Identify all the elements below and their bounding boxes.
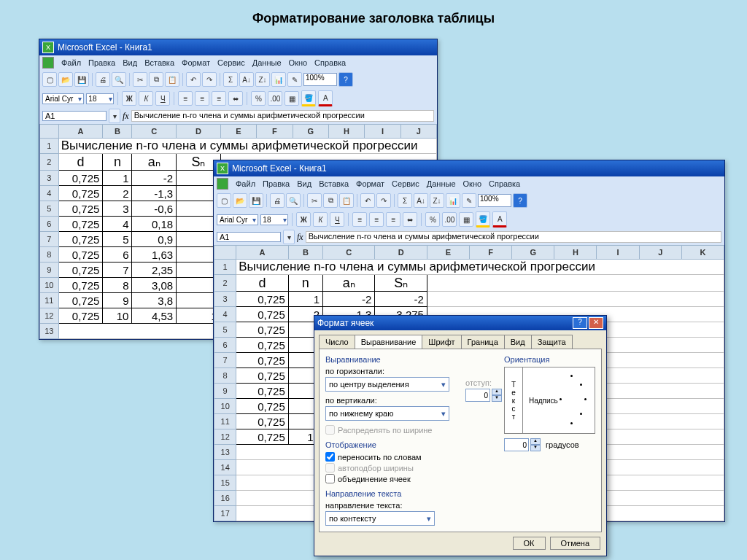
cell[interactable]: d (236, 275, 288, 292)
chart-icon[interactable]: 📊 (446, 193, 460, 208)
menu-edit[interactable]: Правка (88, 58, 115, 67)
row-header[interactable]: 4 (214, 307, 236, 322)
currency-icon[interactable]: % (251, 91, 266, 106)
menu-tools[interactable]: Сервис (217, 58, 245, 67)
align-left-icon[interactable]: ≡ (352, 212, 367, 227)
tab-alignment[interactable]: Выравнивание (355, 335, 423, 349)
col-header[interactable]: C (132, 125, 177, 139)
sort-desc-icon[interactable]: Z↓ (430, 193, 444, 208)
menu-format[interactable]: Формат (182, 58, 210, 67)
sort-asc-icon[interactable]: A↓ (239, 72, 254, 87)
col-header[interactable]: A (236, 246, 288, 260)
tab-number[interactable]: Число (319, 335, 355, 349)
bold-icon[interactable]: Ж (296, 212, 311, 227)
cell[interactable]: 0,725 (58, 247, 103, 262)
chart-icon[interactable]: 📊 (271, 72, 286, 87)
size-select[interactable]: 18 (86, 93, 114, 104)
cell[interactable]: 0,725 (236, 307, 288, 322)
orientation-dial[interactable]: Надпись (523, 368, 595, 433)
row-header[interactable]: 8 (40, 247, 59, 262)
sort-asc-icon[interactable]: A↓ (414, 193, 428, 208)
cell[interactable]: aₙ (322, 275, 374, 292)
tab-border[interactable]: Граница (461, 335, 505, 349)
align-center-icon[interactable]: ≡ (195, 91, 209, 106)
name-box[interactable]: A1 (42, 111, 107, 121)
cell[interactable]: 0,725 (236, 368, 288, 384)
undo-icon[interactable]: ↶ (360, 193, 375, 208)
drawing-icon[interactable]: ✎ (462, 193, 476, 208)
row-header[interactable]: 3 (40, 171, 59, 186)
merge-check[interactable] (325, 474, 335, 483)
cell[interactable]: 0,725 (236, 384, 288, 399)
cell[interactable]: 0,725 (58, 293, 103, 308)
undo-icon[interactable]: ↶ (186, 72, 201, 87)
cell[interactable]: 1 (103, 171, 132, 186)
cell[interactable]: -2 (322, 292, 374, 307)
cell[interactable]: 3,08 (132, 278, 177, 293)
col-header[interactable]: E (427, 246, 469, 260)
save-icon[interactable]: 💾 (74, 72, 89, 87)
underline-icon[interactable]: Ч (155, 91, 170, 106)
col-header[interactable]: F (257, 125, 293, 139)
cell[interactable]: 2,35 (132, 262, 177, 278)
row-header[interactable]: 10 (214, 399, 236, 414)
row-header[interactable]: 13 (214, 445, 236, 460)
menu-file[interactable]: Файл (61, 58, 81, 67)
align-center-icon[interactable]: ≡ (369, 212, 384, 227)
cell[interactable]: d (58, 154, 103, 171)
row-header[interactable]: 12 (214, 429, 236, 445)
col-header[interactable]: A (58, 125, 103, 139)
new-icon[interactable]: ▢ (217, 193, 231, 208)
menu-file[interactable]: Файл (236, 179, 255, 188)
sort-desc-icon[interactable]: Z↓ (255, 72, 270, 87)
paste-icon[interactable]: 📋 (339, 193, 354, 208)
col-header[interactable]: F (470, 246, 512, 260)
borders-icon[interactable]: ▦ (459, 212, 473, 227)
col-header[interactable]: H (328, 125, 364, 139)
tab-protection[interactable]: Защита (531, 335, 573, 349)
fill-color-icon[interactable]: 🪣 (476, 211, 490, 228)
degrees-input[interactable] (504, 438, 529, 451)
row-header[interactable]: 9 (214, 384, 236, 399)
cell[interactable]: 0,725 (58, 278, 103, 293)
row-header[interactable]: 7 (214, 353, 236, 368)
col-header[interactable]: I (597, 246, 639, 260)
row-header[interactable]: 4 (40, 186, 59, 201)
row-header[interactable]: 17 (214, 506, 236, 521)
cancel-button[interactable]: Отмена (550, 537, 600, 550)
cell[interactable]: 0,725 (58, 262, 103, 278)
col-header[interactable]: G (293, 125, 328, 139)
cell[interactable]: n (103, 154, 132, 171)
print-icon[interactable]: 🖨 (270, 193, 285, 208)
menu-edit[interactable]: Правка (263, 179, 290, 188)
title-cell[interactable]: Вычисление n-го члена и суммы арифметиче… (236, 260, 724, 275)
dialog-titlebar[interactable]: Формат ячеек ? ✕ (314, 316, 606, 330)
cut-icon[interactable]: ✂ (307, 193, 322, 208)
menu-insert[interactable]: Вставка (144, 58, 174, 67)
menu-format[interactable]: Формат (356, 179, 384, 188)
cell[interactable]: aₙ (132, 154, 177, 171)
autosum-icon[interactable]: Σ (223, 72, 238, 87)
row-header[interactable]: 3 (214, 292, 236, 307)
spin-down-icon[interactable]: ▼ (530, 445, 541, 451)
row-header[interactable]: 8 (214, 368, 236, 384)
cell[interactable]: 0,725 (236, 414, 288, 429)
row-header[interactable]: 10 (40, 278, 59, 293)
row-header[interactable]: 12 (40, 308, 59, 324)
cell[interactable]: n (288, 275, 322, 292)
indent-input[interactable] (465, 389, 490, 402)
menu-window[interactable]: Окно (463, 179, 482, 188)
underline-icon[interactable]: Ч (330, 212, 344, 227)
menu-insert[interactable]: Вставка (319, 179, 349, 188)
redo-icon[interactable]: ↷ (376, 193, 391, 208)
menu-help[interactable]: Справка (314, 58, 346, 67)
italic-icon[interactable]: К (139, 91, 153, 106)
cut-icon[interactable]: ✂ (133, 72, 147, 87)
align-right-icon[interactable]: ≡ (386, 212, 400, 227)
cell[interactable]: -1,3 (132, 186, 177, 201)
cell[interactable]: 5 (103, 232, 132, 247)
tab-patterns[interactable]: Вид (504, 335, 532, 349)
merge-icon[interactable]: ⬌ (228, 91, 243, 106)
cell[interactable]: -2 (375, 292, 427, 307)
row-header[interactable]: 16 (214, 491, 236, 506)
